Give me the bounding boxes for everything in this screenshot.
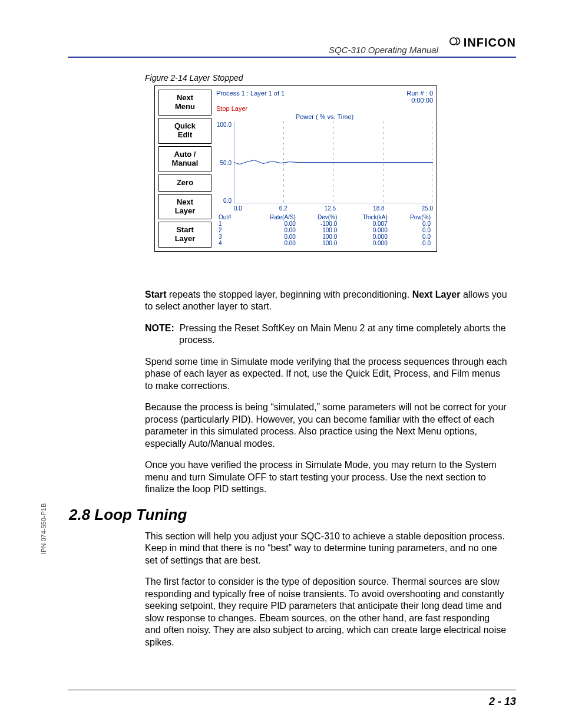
paragraph: Once you have verified the process in Si… <box>145 459 508 495</box>
x-tick: 25.0 <box>422 205 433 212</box>
brand-logo-icon <box>449 35 461 50</box>
running-header: SQC-310 Operating Manual <box>329 45 438 55</box>
table-row: 3 0.00 100.0 0.000 0.0 <box>216 233 433 240</box>
softkey-auto-manual[interactable]: Auto /Manual <box>158 146 211 172</box>
brand-logo: INFICON <box>449 35 516 50</box>
x-tick: 18.8 <box>373 205 384 212</box>
softkey-next-menu[interactable]: NextMenu <box>158 90 211 116</box>
softkey-start-layer[interactable]: StartLayer <box>158 222 211 248</box>
chart-title: Power ( % vs. Time) <box>216 113 433 120</box>
document-id-vertical: IPN 074-550-P1B <box>40 503 47 554</box>
paragraph: Spend some time in Simulate mode verifyi… <box>145 356 508 392</box>
brand-logo-text: INFICON <box>464 36 516 50</box>
x-tick: 6.2 <box>279 205 287 212</box>
paragraph: Because the process is being “simulated,… <box>145 401 508 450</box>
col-out: Out# <box>216 214 246 220</box>
softkey-column: NextMenu QuickEdit Auto /Manual Zero Nex… <box>158 90 211 248</box>
col-pow: Pow(%) <box>390 214 433 220</box>
process-label: Process 1 : Layer 1 of 1 <box>216 90 285 104</box>
svg-point-0 <box>450 38 457 45</box>
x-tick: 0.0 <box>234 205 242 212</box>
run-number: Run # : 0 <box>406 90 433 97</box>
body-text: Start repeats the stopped layer, beginni… <box>145 289 508 658</box>
header-rule <box>68 57 516 58</box>
softkey-next-layer[interactable]: NextLayer <box>158 194 211 220</box>
figure-caption: Figure 2-14 Layer Stopped <box>145 73 243 83</box>
page-number: 2 - 13 <box>489 696 516 708</box>
col-rate: Rate(A/S) <box>246 214 298 220</box>
embedded-screenshot: NextMenu QuickEdit Auto /Manual Zero Nex… <box>154 85 437 252</box>
col-dev: Dev(%) <box>298 214 339 220</box>
stop-layer-label: Stop Layer <box>216 105 433 112</box>
paragraph: The first factor to consider is the type… <box>145 576 508 648</box>
softkey-zero[interactable]: Zero <box>158 174 211 192</box>
note-text: Pressing the Reset SoftKey on Main Menu … <box>179 323 506 345</box>
line-chart: 100.0 50.0 0.0 <box>234 121 433 204</box>
note-label: NOTE: <box>145 323 174 333</box>
softkey-quick-edit[interactable]: QuickEdit <box>158 118 211 144</box>
y-tick: 100.0 <box>216 121 232 128</box>
col-thick: Thick(kA) <box>339 214 390 220</box>
paragraph: This section will help you adjust your S… <box>145 531 508 566</box>
strong-start: Start <box>145 289 166 299</box>
strong-next-layer: Next Layer <box>412 289 461 299</box>
y-tick: 0.0 <box>216 197 232 204</box>
table-row: 1 0.00 -100.0 0.007 0.0 <box>216 220 433 227</box>
output-table: Out# Rate(A/S) Dev(%) Thick(kA) Pow(%) 1… <box>216 214 433 246</box>
run-time: 0:00:00 <box>411 97 433 104</box>
table-row: 4 0.00 100.0 0.000 0.0 <box>216 240 433 246</box>
x-tick: 12.5 <box>325 205 336 212</box>
y-tick: 50.0 <box>216 160 232 166</box>
table-row: 2 0.00 100.0 0.000 0.0 <box>216 227 433 233</box>
footer-rule <box>68 690 516 690</box>
section-heading: 2.8 Loop Tuning <box>69 505 508 525</box>
